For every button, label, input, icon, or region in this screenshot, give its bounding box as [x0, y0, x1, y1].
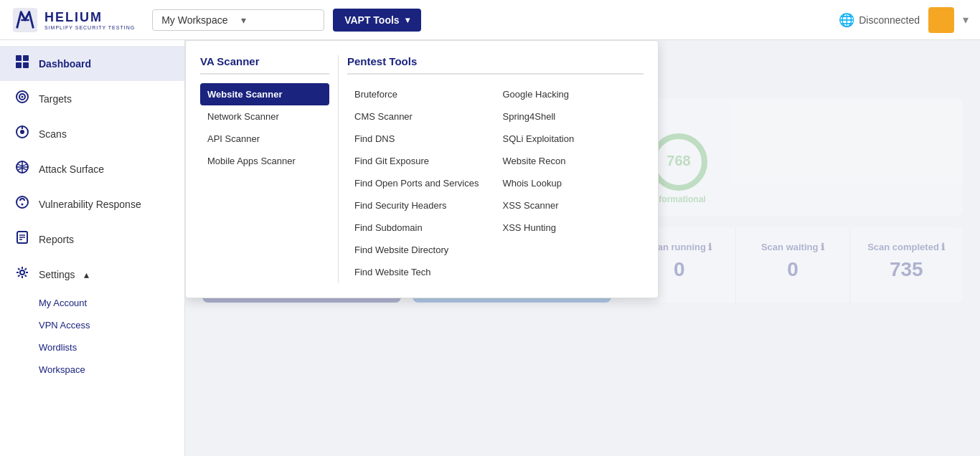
vapt-label: VAPT Tools: [344, 14, 399, 26]
dropdown-item-find-open-ports[interactable]: Find Open Ports and Services: [347, 172, 496, 194]
svg-rect-4: [23, 62, 29, 68]
sidebar-item-reports[interactable]: Reports: [0, 222, 184, 257]
dropdown-item-website-recon[interactable]: Website Recon: [496, 150, 644, 172]
dropdown-item-find-git-exposure[interactable]: Find Git Exposure: [347, 150, 496, 172]
sidebar-item-targets[interactable]: Targets: [0, 81, 184, 116]
sidebar-item-vulnerability-response[interactable]: Vulnerability Response: [0, 186, 184, 222]
pentest-col-left: Bruteforce CMS Scanner Find DNS Find Git…: [347, 83, 496, 283]
va-scanner-column: VA Scanner Website Scanner Network Scann…: [200, 55, 329, 283]
sidebar-sub-vpn-access[interactable]: VPN Access: [0, 314, 184, 336]
dropdown-item-find-dns[interactable]: Find DNS: [347, 128, 496, 150]
sidebar-sub-my-account[interactable]: My Account: [0, 292, 184, 314]
targets-icon: [14, 90, 30, 108]
svg-rect-3: [16, 62, 22, 68]
logo-sub-text: SIMPLIFY SECURITY TESTING: [44, 25, 135, 30]
avatar-chevron-icon[interactable]: ▾: [963, 13, 969, 27]
vapt-tools-button[interactable]: VAPT Tools ▾: [333, 9, 420, 32]
settings-label: Settings: [39, 269, 75, 280]
svg-point-9: [20, 130, 24, 134]
vulnerability-response-label: Vulnerability Response: [39, 199, 170, 210]
settings-icon: [14, 265, 30, 283]
scans-label: Scans: [39, 128, 170, 140]
content-area: Helium Showing w... S abilities in Numbe…: [185, 40, 980, 456]
globe-icon: 🌐: [839, 12, 854, 28]
topbar-right: 🌐 Disconnected ▾: [839, 7, 969, 33]
dropdown-item-find-website-tech[interactable]: Find Website Tech: [347, 261, 496, 283]
pentest-tools-title: Pentest Tools: [347, 55, 644, 75]
dropdown-item-api-scanner[interactable]: API Scanner: [200, 128, 329, 150]
workspace-dropdown[interactable]: My Workspace ▾: [152, 9, 324, 31]
user-avatar[interactable]: [928, 7, 954, 33]
attack-surface-icon: [14, 160, 30, 178]
svg-point-20: [20, 270, 24, 275]
svg-text:768: 768: [666, 153, 690, 168]
dropdown-columns: VA Scanner Website Scanner Network Scann…: [200, 55, 644, 283]
sidebar-sub-workspace[interactable]: Workspace: [0, 358, 184, 381]
vapt-dropdown-menu: VA Scanner Website Scanner Network Scann…: [185, 40, 659, 298]
sidebar-item-dashboard[interactable]: Dashboard: [0, 46, 184, 81]
disconnected-label: Disconnected: [859, 14, 920, 26]
sidebar-item-attack-surface[interactable]: Attack Surface: [0, 151, 184, 186]
topbar: HELIUM SIMPLIFY SECURITY TESTING My Work…: [0, 0, 980, 40]
dropdown-item-google-hacking[interactable]: Google Hacking: [496, 83, 644, 105]
va-scanner-title: VA Scanner: [200, 55, 329, 75]
logo-icon: [11, 6, 39, 34]
logo-main-text: HELIUM: [44, 10, 135, 25]
reports-label: Reports: [39, 234, 170, 245]
vapt-chevron-icon: ▾: [405, 15, 410, 25]
attack-surface-label: Attack Surface: [39, 163, 170, 175]
svg-point-15: [22, 204, 24, 206]
pentest-col-right: Google Hacking Spring4Shell SQLi Exploit…: [496, 83, 644, 283]
sidebar-item-scans[interactable]: Scans: [0, 116, 184, 151]
logo: HELIUM SIMPLIFY SECURITY TESTING: [11, 6, 135, 34]
sidebar-item-settings[interactable]: Settings ▴: [0, 257, 184, 292]
reports-icon: [14, 230, 30, 248]
dropdown-item-spring4shell[interactable]: Spring4Shell: [496, 105, 644, 128]
pentest-tools-section: Pentest Tools Bruteforce CMS Scanner Fin…: [347, 55, 644, 283]
dropdown-item-sqli-exploitation[interactable]: SQLi Exploitation: [496, 128, 644, 150]
dashboard-icon: [14, 54, 30, 72]
connection-status: 🌐 Disconnected: [839, 12, 920, 28]
dashboard-label: Dashboard: [39, 58, 170, 70]
dropdown-item-find-security-headers[interactable]: Find Security Headers: [347, 194, 496, 217]
dropdown-item-bruteforce[interactable]: Bruteforce: [347, 83, 496, 105]
dropdown-item-find-website-directory[interactable]: Find Website Directory: [347, 239, 496, 261]
pentest-columns: Bruteforce CMS Scanner Find DNS Find Git…: [347, 83, 644, 283]
scans-icon: [14, 125, 30, 143]
dropdown-item-mobile-apps-scanner[interactable]: Mobile Apps Scanner: [200, 150, 329, 172]
dropdown-item-xss-scanner[interactable]: XSS Scanner: [496, 194, 644, 217]
svg-point-7: [22, 96, 24, 98]
main-area: Dashboard Targets Scans Attack Surface: [0, 40, 980, 456]
targets-label: Targets: [39, 93, 170, 105]
dropdown-item-find-subdomain[interactable]: Find Subdomain: [347, 217, 496, 239]
svg-rect-2: [23, 55, 29, 61]
sidebar: Dashboard Targets Scans Attack Surface: [0, 40, 185, 456]
dropdown-item-cms-scanner[interactable]: CMS Scanner: [347, 105, 496, 128]
column-divider: [338, 55, 339, 283]
svg-rect-1: [16, 55, 22, 61]
sidebar-sub-wordlists[interactable]: Wordlists: [0, 336, 184, 358]
dropdown-item-whois-lookup[interactable]: Whois Lookup: [496, 172, 644, 194]
workspace-label: My Workspace: [161, 14, 235, 26]
dropdown-item-network-scanner[interactable]: Network Scanner: [200, 105, 329, 128]
dropdown-item-website-scanner[interactable]: Website Scanner: [200, 83, 329, 105]
workspace-chevron-icon: ▾: [241, 14, 315, 26]
app-container: HELIUM SIMPLIFY SECURITY TESTING My Work…: [0, 0, 980, 456]
settings-chevron-icon: ▴: [84, 269, 89, 280]
dropdown-item-xss-hunting[interactable]: XSS Hunting: [496, 217, 644, 239]
vulnerability-response-icon: [14, 195, 30, 213]
